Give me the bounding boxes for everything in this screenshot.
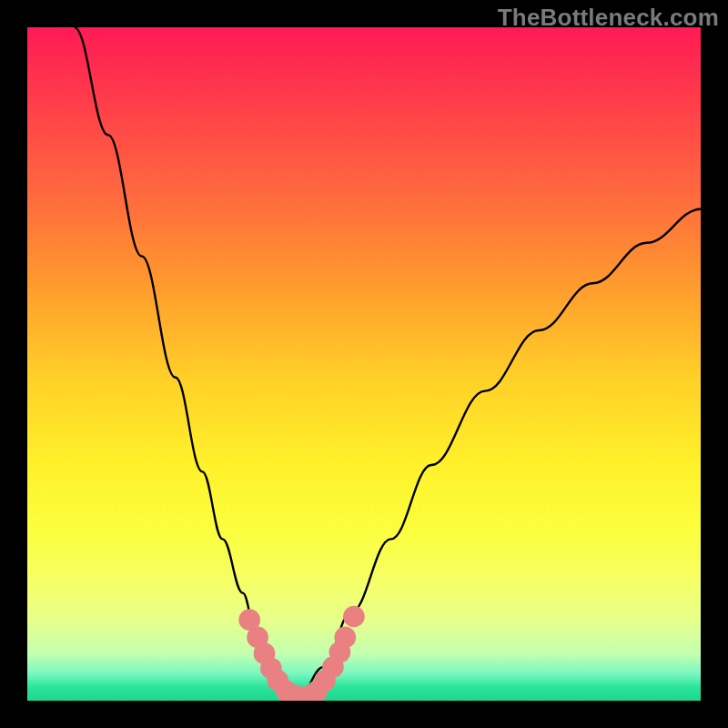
marker-right-4 [334, 627, 356, 649]
watermark-text: TheBottleneck.com [498, 4, 719, 32]
marker-small-right [343, 606, 365, 628]
plot-area [27, 27, 701, 701]
chart-frame: TheBottleneck.com [0, 0, 728, 728]
marker-group [238, 606, 364, 701]
right-curve [297, 209, 701, 701]
chart-svg [27, 27, 701, 701]
curve-group [75, 27, 701, 701]
left-curve [75, 27, 297, 701]
